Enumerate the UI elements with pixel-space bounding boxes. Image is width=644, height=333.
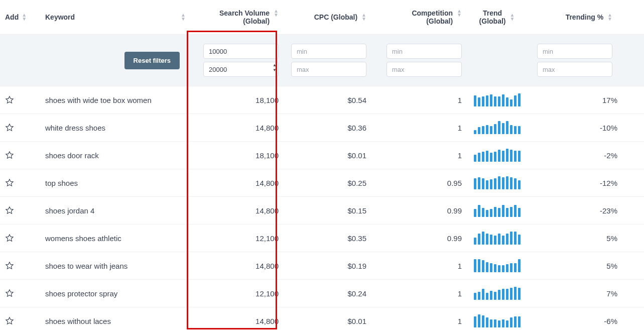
trending-cell: -2% <box>532 151 627 160</box>
trending-cell: -12% <box>532 179 627 187</box>
star-icon[interactable] <box>5 178 14 187</box>
search-volume-cell: 14,800 <box>186 179 279 187</box>
table-row: womens shoes athletic12,100$0.350.995% <box>0 225 644 252</box>
header-comp-line1: Competition <box>412 9 453 17</box>
competition-cell: 1 <box>366 317 462 325</box>
star-icon[interactable] <box>5 95 14 104</box>
table-row: shoes with wide toe box women18,100$0.54… <box>0 86 644 114</box>
keyword-cell[interactable]: shoes jordan 4 <box>35 206 186 215</box>
competition-cell: 1 <box>366 289 462 298</box>
cpc-cell: $0.01 <box>279 151 366 160</box>
cpc-max-input[interactable] <box>291 62 366 77</box>
star-icon[interactable] <box>5 123 14 132</box>
search-volume-cell: 18,100 <box>186 96 279 104</box>
trending-cell: 17% <box>532 96 627 104</box>
keyword-cell[interactable]: shoes with wide toe box women <box>35 96 186 104</box>
keyword-cell[interactable]: shoes protector spray <box>35 289 186 298</box>
sort-icon[interactable] <box>22 13 27 21</box>
keyword-cell[interactable]: womens shoes athletic <box>35 234 186 243</box>
star-icon[interactable] <box>5 289 14 298</box>
trend-sparkline <box>462 149 532 162</box>
search-volume-cell: 14,800 <box>186 206 279 215</box>
cpc-cell: $0.24 <box>279 289 366 298</box>
search-volume-cell: 18,100 <box>186 151 279 160</box>
trend-sparkline <box>462 232 532 245</box>
table-row: white dress shoes14,800$0.361-10% <box>0 114 644 142</box>
keyword-cell[interactable]: shoes without laces <box>35 317 186 325</box>
cpc-cell: $0.54 <box>279 96 366 104</box>
comp-max-input[interactable] <box>387 62 462 77</box>
star-icon[interactable] <box>5 206 14 215</box>
comp-min-input[interactable] <box>387 44 462 59</box>
header-add-label: Add <box>5 13 19 21</box>
trending-cell: -6% <box>532 317 627 325</box>
cpc-cell: $0.36 <box>279 124 366 132</box>
col-header-trend[interactable]: Trend (Global) <box>462 9 532 25</box>
table-row: shoes without laces14,800$0.011-6% <box>0 307 644 333</box>
keyword-cell[interactable]: top shoes <box>35 179 186 187</box>
col-header-competition[interactable]: Competition (Global) <box>366 9 462 25</box>
search-volume-cell: 14,800 <box>186 317 279 325</box>
trending-cell: 5% <box>532 262 627 270</box>
sort-icon[interactable] <box>607 13 612 21</box>
header-trend-line2: (Global) <box>479 17 506 25</box>
keyword-table: Add Keyword Search Volume (Global) CPC (… <box>0 0 644 333</box>
competition-cell: 1 <box>366 96 462 104</box>
header-sv-line1: Search Volume <box>219 9 270 17</box>
search-volume-cell: 14,800 <box>186 262 279 270</box>
star-icon[interactable] <box>5 261 14 270</box>
header-sv-line2: (Global) <box>219 17 270 25</box>
cpc-cell: $0.15 <box>279 206 366 215</box>
competition-cell: 0.99 <box>366 234 462 243</box>
sv-min-input[interactable] <box>203 44 279 59</box>
trend-sparkline <box>462 259 532 272</box>
sort-icon[interactable] <box>361 13 366 21</box>
keyword-cell[interactable]: white dress shoes <box>35 124 186 132</box>
table-row: shoes jordan 414,800$0.150.99-23% <box>0 197 644 225</box>
filter-row: Reset filters ▲▼ <box>0 35 644 86</box>
cpc-cell: $0.25 <box>279 179 366 187</box>
sort-icon[interactable] <box>274 9 279 17</box>
keyword-cell[interactable]: shoes to wear with jeans <box>35 262 186 270</box>
search-volume-cell: 12,100 <box>186 234 279 243</box>
table-header-row: Add Keyword Search Volume (Global) CPC (… <box>0 0 644 35</box>
number-spinner[interactable]: ▲▼ <box>270 63 277 72</box>
cpc-cell: $0.35 <box>279 234 366 243</box>
star-icon[interactable] <box>5 316 14 325</box>
sort-icon[interactable] <box>509 13 514 21</box>
col-header-trending[interactable]: Trending % <box>532 13 627 21</box>
sort-icon[interactable] <box>457 9 462 17</box>
trend-sparkline <box>462 314 532 327</box>
star-icon[interactable] <box>5 234 14 243</box>
trend-sparkline <box>462 287 532 300</box>
col-header-keyword[interactable]: Keyword <box>35 13 186 21</box>
competition-cell: 1 <box>366 262 462 270</box>
trend-sparkline <box>462 204 532 217</box>
trending-cell: -23% <box>532 206 627 215</box>
reset-filters-button[interactable]: Reset filters <box>124 52 180 69</box>
keyword-cell[interactable]: shoes door rack <box>35 151 186 160</box>
cpc-cell: $0.19 <box>279 262 366 270</box>
header-keyword-label: Keyword <box>45 13 75 21</box>
sv-max-input[interactable] <box>203 62 279 77</box>
trending-max-input[interactable] <box>537 62 612 77</box>
sort-icon[interactable] <box>181 13 186 21</box>
col-header-add[interactable]: Add <box>5 13 35 21</box>
header-trend-line1: Trend <box>479 9 506 17</box>
table-row: shoes protector spray12,100$0.2417% <box>0 280 644 307</box>
col-header-search-volume[interactable]: Search Volume (Global) <box>186 9 279 25</box>
header-trending-label: Trending % <box>566 13 603 21</box>
table-body: shoes with wide toe box women18,100$0.54… <box>0 86 644 333</box>
trend-sparkline <box>462 121 532 134</box>
table-row: shoes to wear with jeans14,800$0.1915% <box>0 252 644 280</box>
competition-cell: 1 <box>366 151 462 160</box>
cpc-min-input[interactable] <box>291 44 366 59</box>
search-volume-cell: 14,800 <box>186 124 279 132</box>
col-header-cpc[interactable]: CPC (Global) <box>279 13 366 21</box>
header-cpc-label: CPC (Global) <box>314 13 357 21</box>
trend-sparkline <box>462 93 532 106</box>
header-comp-line2: (Global) <box>412 17 453 25</box>
search-volume-cell: 12,100 <box>186 289 279 298</box>
star-icon[interactable] <box>5 151 14 160</box>
trending-min-input[interactable] <box>537 44 612 59</box>
